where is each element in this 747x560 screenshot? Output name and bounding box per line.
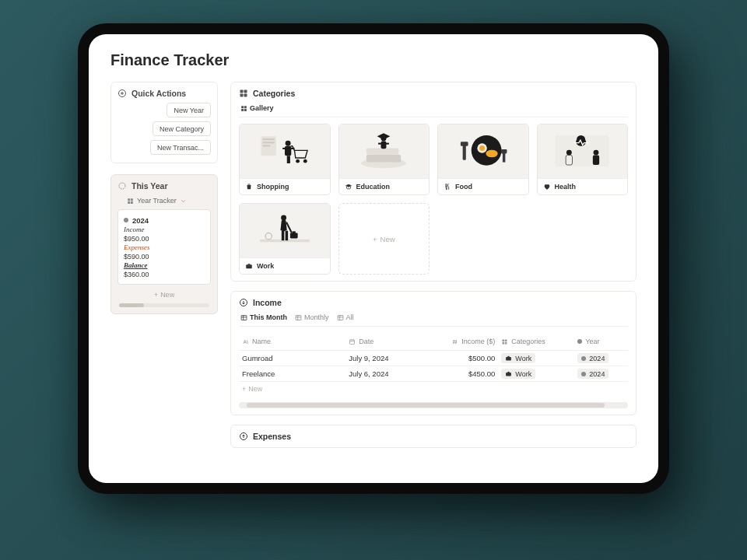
text-icon: [242, 338, 249, 345]
income-value: $950.00: [124, 235, 149, 243]
this-year-title: This Year: [132, 181, 168, 191]
chevron-down-icon: [180, 198, 187, 205]
category-card-shopping[interactable]: Shopping: [239, 124, 331, 195]
new-category-button[interactable]: New Category: [153, 121, 211, 136]
tab-all[interactable]: All: [335, 312, 356, 323]
year-new-button[interactable]: +New: [117, 291, 211, 299]
this-year-block: This Year Year Tracker 202: [110, 174, 218, 314]
page-title: Finance Tracker: [110, 51, 637, 69]
category-illustration: [538, 124, 628, 178]
category-illustration: [339, 124, 430, 178]
quick-actions-block: Quick Actions New Year New Category New …: [110, 82, 218, 163]
new-transaction-button[interactable]: New Transac...: [150, 140, 211, 155]
svg-rect-50: [292, 231, 295, 233]
income-section: Income This Month Monthly: [230, 291, 637, 415]
svg-rect-60: [505, 339, 507, 341]
year-card[interactable]: 2024 Income $950.00 Expenses $590.00 Bal…: [117, 209, 211, 285]
category-card-food[interactable]: Food: [437, 124, 529, 195]
svg-rect-9: [244, 94, 247, 97]
svg-rect-29: [381, 141, 387, 149]
svg-rect-23: [287, 156, 290, 163]
year-value: 2024: [132, 216, 149, 225]
svg-point-18: [285, 141, 290, 146]
svg-rect-20: [282, 148, 286, 149]
new-year-button[interactable]: New Year: [167, 103, 211, 117]
svg-point-51: [265, 233, 272, 239]
balance-label: Balance: [124, 261, 148, 269]
svg-rect-42: [566, 155, 572, 164]
category-card-health[interactable]: Health: [537, 124, 629, 195]
svg-rect-63: [506, 357, 511, 361]
svg-point-41: [566, 150, 572, 156]
svg-rect-31: [386, 143, 389, 145]
svg-rect-55: [241, 315, 247, 320]
year-tracker-tab[interactable]: Year Tracker: [127, 197, 208, 205]
categories-title: Categories: [253, 89, 295, 98]
briefcase-icon: [505, 370, 512, 377]
table-icon: [337, 314, 344, 321]
svg-rect-4: [128, 201, 130, 203]
svg-rect-8: [240, 94, 244, 97]
income-title: Income: [253, 298, 282, 307]
expenses-title: Expenses: [253, 432, 291, 441]
category-illustration: [240, 124, 330, 178]
briefcase-icon: [245, 262, 253, 270]
category-label: Shopping: [257, 183, 289, 191]
svg-rect-53: [248, 264, 251, 264]
svg-rect-7: [244, 90, 247, 93]
target-icon: [117, 181, 127, 191]
balance-value: $360.00: [124, 271, 149, 278]
svg-rect-45: [260, 240, 310, 242]
category-new-button[interactable]: +New: [338, 203, 430, 275]
svg-point-21: [296, 159, 300, 163]
svg-rect-49: [290, 233, 298, 238]
tab-monthly[interactable]: Monthly: [293, 312, 331, 323]
svg-rect-58: [350, 339, 355, 344]
arrow-circle-down-icon: [239, 298, 248, 307]
category-card-work[interactable]: Work: [239, 203, 331, 275]
app-screen: Finance Tracker Quick Actions New Year: [89, 34, 658, 483]
svg-point-34: [479, 145, 485, 151]
graduation-icon: [345, 183, 352, 191]
expenses-label: Expenses: [124, 243, 150, 251]
grid-icon: [501, 338, 508, 345]
main-content: Categories Gallery: [230, 82, 637, 473]
briefcase-icon: [505, 355, 512, 362]
svg-rect-64: [508, 356, 510, 357]
table-row[interactable]: Freelance July 6, 2024 $450.00 Work 2024: [239, 366, 628, 382]
food-icon: [444, 183, 451, 191]
svg-point-22: [303, 159, 307, 163]
svg-rect-15: [262, 138, 274, 140]
svg-rect-56: [296, 315, 301, 320]
svg-rect-48: [285, 231, 287, 240]
tab-this-month[interactable]: This Month: [239, 312, 289, 323]
tablet-frame: Finance Tracker Quick Actions New Year: [78, 23, 669, 494]
categories-section: Categories Gallery: [230, 82, 637, 282]
category-label: Health: [555, 183, 577, 191]
calendar-icon: [349, 338, 356, 345]
expenses-section-header[interactable]: Expenses: [230, 425, 637, 448]
grid-icon: [239, 89, 248, 98]
gallery-icon: [127, 198, 134, 205]
sidebar: Quick Actions New Year New Category New …: [110, 82, 218, 473]
svg-rect-6: [240, 90, 244, 93]
svg-rect-36: [462, 145, 465, 159]
gallery-tab[interactable]: Gallery: [239, 103, 275, 114]
arrow-circle-up-icon: [239, 432, 248, 441]
svg-rect-16: [262, 142, 274, 143]
svg-rect-5: [131, 201, 133, 203]
svg-rect-65: [506, 373, 511, 376]
svg-rect-44: [593, 155, 599, 164]
category-card-education[interactable]: Education: [338, 124, 430, 195]
svg-rect-27: [366, 148, 399, 154]
svg-point-35: [486, 150, 497, 158]
sidebar-scrollbar[interactable]: [119, 303, 209, 307]
income-scrollbar[interactable]: [239, 402, 628, 408]
dot-icon: [577, 339, 582, 344]
income-new-row[interactable]: +New: [239, 382, 628, 396]
svg-rect-24: [290, 148, 295, 149]
svg-rect-13: [244, 108, 247, 110]
income-label: Income: [124, 226, 145, 233]
svg-rect-39: [501, 149, 507, 154]
table-row[interactable]: Gumroad July 9, 2024 $500.00 Work 2024: [239, 351, 628, 366]
